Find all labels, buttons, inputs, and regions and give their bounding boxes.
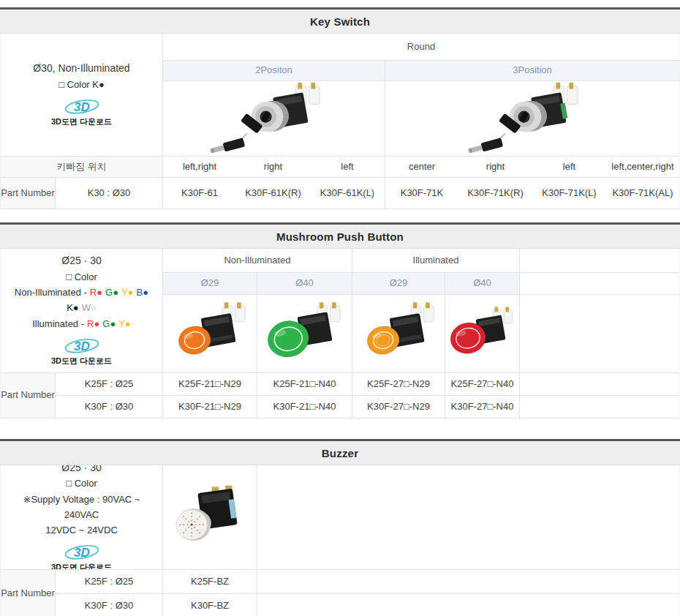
dia-header: Ø40 (257, 272, 352, 294)
part-number: K30F-61K(R) (236, 177, 310, 209)
shape-header-round: Round (162, 34, 679, 60)
key-pull-value: left,right (162, 156, 236, 177)
key-pull-value: right (458, 156, 532, 177)
part-number: K30F-BZ (162, 593, 257, 616)
part-number: K30F-27□-N29 (352, 395, 445, 418)
empty-cell (519, 294, 679, 372)
color-swatch-red: R● (87, 318, 99, 330)
3d-download-link[interactable]: 3D 3D도면 다운로드 (51, 541, 112, 569)
key-switch-table: Ø30, Non-Illuminated □ Color K● 3D 3D도면 … (0, 34, 680, 209)
empty-cell (519, 249, 679, 272)
part-number: K30F-27□-N40 (445, 395, 519, 418)
empty-cell (519, 372, 679, 395)
mushroom-button-image (445, 300, 519, 367)
key-switch-3position-image (466, 82, 599, 155)
dia-header: Ø40 (445, 272, 519, 294)
part-number: K25F-BZ (162, 569, 257, 593)
svg-text:3D: 3D (74, 339, 90, 353)
svg-text:3D: 3D (74, 100, 90, 114)
color-swatch-black: K● (67, 302, 79, 314)
group-header-nonilluminated: Non-Illuminated (162, 249, 352, 272)
3d-download-link[interactable]: 3D 3D도면 다운로드 (51, 96, 112, 127)
part-number-label: Part Number (1, 372, 55, 418)
empty-cell (257, 593, 679, 616)
mushroom-photo-illum-29 (352, 294, 445, 372)
part-number: K30F-21□-N29 (162, 395, 257, 418)
empty-cell (257, 569, 679, 593)
3d-download-link[interactable]: 3D 3D도면 다운로드 (51, 335, 112, 367)
3d-download-caption: 3D도면 다운로드 (51, 356, 112, 367)
key-switch-photo-2position (162, 80, 385, 156)
buzzer-color-label: □ Color (66, 478, 97, 489)
key-switch-section: Key Switch Ø30, Non-Illuminated □ Color … (0, 7, 680, 209)
part-number: K30F-71K(AL) (606, 177, 679, 209)
color-swatch-green: G● (105, 287, 118, 298)
mushroom-nonillum-legend: Non-Illuminated -R●G●Y●B● (15, 287, 148, 298)
buzzer-supply-line2: 240VAC (64, 509, 99, 521)
color-swatch-yellow: Y● (121, 287, 134, 298)
mushroom-info-panel: Ø25 · 30 □ Color Non-Illuminated -R●G●Y●… (1, 249, 162, 372)
dia-header: Ø29 (352, 272, 445, 294)
part-number: K30F-71K(L) (532, 177, 606, 209)
mushroom-section: Mushroom Push Button Ø25 · 30 □ Color No… (0, 222, 680, 418)
buzzer-supply-line3: 12VDC ~ 24VDC (45, 525, 118, 536)
buzzer-supply-line1: ※Supply Voltage : 90VAC ~ (23, 494, 140, 506)
mushroom-illum-legend: Illuminated -R●G●Y● (32, 318, 131, 330)
color-swatch-red: R● (90, 287, 102, 298)
color-swatch-yellow: Y● (118, 318, 131, 330)
empty-cell (519, 272, 679, 294)
mushroom-color-label: □ Color (66, 271, 97, 283)
buzzer-section: Buzzer Ø25 · 30 □ Color ※Supply Voltage … (0, 439, 680, 616)
mushroom-button-image (167, 300, 253, 367)
key-switch-photo-3position (385, 80, 679, 156)
buzzer-size: Ø25 · 30 (61, 465, 101, 474)
dia-header: Ø29 (162, 272, 257, 294)
3d-logo-icon: 3D (63, 96, 101, 116)
part-number-label: Part Number (1, 569, 55, 616)
3d-download-caption: 3D도면 다운로드 (51, 563, 112, 569)
mushroom-photo-illum-40 (445, 294, 519, 372)
part-number: K25F-21□-N40 (257, 372, 352, 395)
color-swatch-white: W○ (82, 302, 97, 314)
part-number: K30F-61K(L) (310, 177, 385, 209)
mushroom-size: Ø25 · 30 (61, 255, 101, 268)
series-code: K25F : Ø25 (55, 372, 162, 395)
buzzer-photo (162, 465, 257, 569)
mushroom-mono-legend: K●W○ (67, 302, 97, 314)
color-swatch-green: G● (102, 318, 116, 330)
series-code: K30F : Ø30 (55, 395, 162, 418)
buzzer-info-panel: Ø25 · 30 □ Color ※Supply Voltage : 90VAC… (1, 465, 162, 569)
3d-logo-icon: 3D (63, 335, 101, 356)
svg-text:3D: 3D (74, 546, 90, 560)
key-switch-2position-image (208, 82, 341, 155)
part-number-label: Part Number (1, 177, 55, 209)
mushroom-photo-nonillum-40 (257, 294, 352, 372)
empty-cell (257, 465, 679, 569)
key-pull-value: right (236, 156, 310, 177)
buzzer-table: Ø25 · 30 □ Color ※Supply Voltage : 90VAC… (0, 465, 680, 616)
key-pull-value: center (385, 156, 458, 177)
color-swatch-blue: B● (137, 287, 149, 298)
mushroom-title: Mushroom Push Button (0, 222, 680, 249)
mushroom-button-image (355, 300, 442, 367)
key-switch-info-panel: Ø30, Non-Illuminated □ Color K● 3D 3D도면 … (1, 34, 162, 156)
key-switch-color-line: □ Color K● (58, 79, 105, 91)
part-number: K25F-21□-N29 (162, 372, 257, 395)
buzzer-image (166, 480, 254, 555)
mushroom-photo-nonillum-29 (162, 294, 257, 372)
3d-logo-icon: 3D (63, 541, 101, 562)
part-number: K30F-61 (162, 177, 236, 209)
group-header-2position: 2Positon (162, 60, 385, 80)
part-number: K30F-71K(R) (458, 177, 532, 209)
group-header-3position: 3Position (385, 60, 679, 80)
key-switch-size: Ø30, Non-Illuminated (33, 62, 129, 75)
mushroom-table: Ø25 · 30 □ Color Non-Illuminated -R●G●Y●… (0, 249, 680, 418)
key-pull-value: left (310, 156, 385, 177)
series-code: K25F : Ø25 (55, 569, 162, 593)
key-pull-value: left (532, 156, 606, 177)
group-header-illuminated: Illuminated (352, 249, 519, 272)
mushroom-button-image (262, 300, 348, 367)
series-code: K30F : Ø30 (55, 593, 162, 616)
part-number: K30F-21□-N40 (257, 395, 352, 418)
part-number: K25F-27□-N40 (445, 372, 519, 395)
